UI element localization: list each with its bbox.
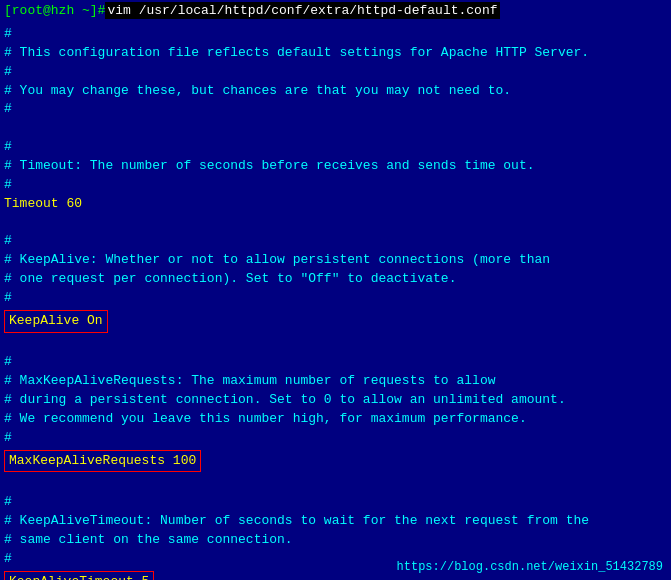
hash-line: # — [4, 353, 667, 372]
hash-line: # — [4, 176, 667, 195]
blank-line — [4, 474, 667, 493]
comment-line: # one request per connection). Set to "O… — [4, 270, 667, 289]
comment-line: # Timeout: The number of seconds before … — [4, 157, 667, 176]
blank-line — [4, 119, 667, 138]
hash-line: # — [4, 429, 667, 448]
hash-line: # — [4, 100, 667, 119]
terminal-window: [root@hzh ~]# vim /usr/local/httpd/conf/… — [0, 0, 671, 580]
directive-box: KeepAlive On — [4, 310, 108, 333]
shell-command: vim /usr/local/httpd/conf/extra/httpd-de… — [105, 2, 499, 19]
directive-box: MaxKeepAliveRequests 100 — [4, 450, 201, 473]
comment-line: # MaxKeepAliveRequests: The maximum numb… — [4, 372, 667, 391]
hash-line: # — [4, 138, 667, 157]
hash-line: # — [4, 63, 667, 82]
comment-line: # KeepAliveTimeout: Number of seconds to… — [4, 512, 667, 531]
comment-line: # KeepAlive: Whether or not to allow per… — [4, 251, 667, 270]
hash-line: # — [4, 493, 667, 512]
directive-box: KeepAliveTimeout 5 — [4, 571, 154, 580]
directive-line: Timeout 60 — [4, 195, 667, 214]
file-content: ## This configuration file reflects defa… — [0, 21, 671, 580]
shell-prompt: [root@hzh ~]# — [4, 3, 105, 18]
hash-line: # — [4, 25, 667, 44]
title-bar: [root@hzh ~]# vim /usr/local/httpd/conf/… — [0, 0, 671, 21]
comment-line: # This configuration file reflects defau… — [4, 44, 667, 63]
comment-line: # same client on the same connection. — [4, 531, 667, 550]
blank-line — [4, 213, 667, 232]
blank-line — [4, 335, 667, 354]
hash-line: # — [4, 289, 667, 308]
comment-line: # You may change these, but chances are … — [4, 82, 667, 101]
hash-line: # — [4, 232, 667, 251]
watermark: https://blog.csdn.net/weixin_51432789 — [397, 560, 663, 574]
comment-line: # during a persistent connection. Set to… — [4, 391, 667, 410]
comment-line: # We recommend you leave this number hig… — [4, 410, 667, 429]
